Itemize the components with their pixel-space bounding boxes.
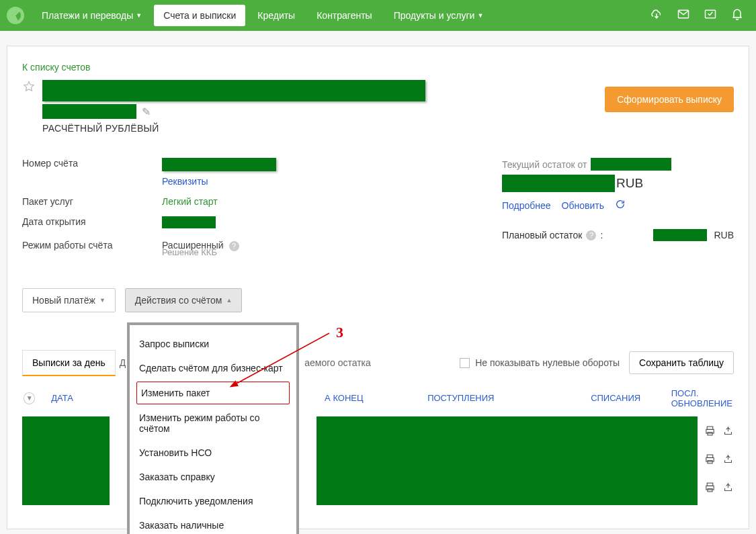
hide-zero-turnover-checkbox[interactable]: Не показывать нулевые обороты — [460, 357, 620, 368]
row-values-redacted — [317, 445, 698, 477]
chevron-up-icon: ▲ — [226, 297, 232, 304]
help-icon[interactable]: ? — [229, 241, 239, 251]
svg-rect-2 — [707, 427, 713, 429]
save-table-button[interactable]: Сохранить таблицу — [629, 351, 734, 374]
tab-daily-statements[interactable]: Выписки за день — [22, 350, 116, 376]
svg-line-11 — [235, 333, 329, 384]
print-icon[interactable] — [704, 453, 716, 468]
chevron-down-icon: ▼ — [136, 12, 142, 19]
dd-change-mode[interactable]: Изменить режим работы со счётом — [130, 406, 296, 441]
annotation-number: 3 — [336, 324, 343, 341]
export-icon[interactable] — [722, 453, 734, 468]
nav-counterparties[interactable]: Контрагенты — [307, 5, 381, 26]
svg-rect-5 — [707, 455, 713, 457]
annotation-arrow-icon — [228, 329, 336, 399]
nav-label: Продукты и услуги — [394, 10, 475, 21]
button-label: Действия со счётом — [135, 295, 222, 306]
nav-accounts[interactable]: Счета и выписки — [154, 5, 245, 26]
dd-order-certificate[interactable]: Заказать справку — [130, 465, 296, 489]
print-icon[interactable] — [704, 482, 716, 496]
nav-products[interactable]: Продукты и услуги ▼ — [384, 5, 493, 26]
refresh-icon[interactable] — [615, 199, 626, 212]
mail-icon[interactable] — [671, 7, 696, 24]
export-icon[interactable] — [722, 425, 734, 439]
checkbox-label: Не показывать нулевые обороты — [475, 357, 620, 368]
row-date-redacted — [22, 416, 110, 449]
nav-label: Кредиты — [257, 10, 295, 21]
package-value: Легкий старт — [162, 196, 218, 207]
colon: : — [600, 230, 603, 240]
top-navbar: Платежи и переводы ▼ Счета и выписки Кре… — [0, 0, 756, 31]
kkb-decision-label: Решение ККБ — [162, 247, 486, 257]
th-end-balance-fragment[interactable]: А КОНЕЦ — [325, 393, 411, 403]
edit-pencil-icon[interactable]: ✎ — [142, 105, 151, 118]
account-name-redacted — [42, 80, 425, 101]
mode-label: Режим работы счёта — [22, 240, 162, 251]
more-details-link[interactable]: Подробнее — [502, 200, 551, 211]
row-date-redacted — [22, 445, 110, 477]
help-icon[interactable]: ? — [586, 230, 596, 240]
planned-balance-redacted — [653, 229, 707, 241]
package-label: Пакет услуг — [22, 196, 162, 207]
nav-payments[interactable]: Платежи и переводы ▼ — [32, 5, 151, 26]
balance-date-redacted — [591, 158, 671, 171]
account-panel: К списку счетов Сформировать выписку ✎ Р… — [7, 46, 749, 529]
th-outgoing[interactable]: СПИСАНИЯ — [591, 393, 655, 403]
currency-label: RUB — [616, 176, 643, 191]
nav-credits[interactable]: Кредиты — [248, 5, 304, 26]
account-number-redacted — [162, 158, 276, 171]
account-alias-redacted — [42, 104, 136, 119]
bank-logo-icon[interactable] — [7, 7, 24, 24]
svg-rect-7 — [708, 461, 712, 463]
back-to-list-link[interactable]: К списку счетов — [22, 62, 91, 73]
chevron-down-icon: ▼ — [99, 297, 106, 304]
print-icon[interactable] — [704, 425, 716, 439]
inbox-check-icon[interactable] — [698, 7, 722, 24]
svg-rect-8 — [707, 483, 713, 486]
favorite-star-icon[interactable] — [22, 80, 36, 93]
planned-balance-label: Плановый остаток — [502, 230, 582, 240]
chevron-down-icon: ▼ — [477, 12, 483, 19]
bell-icon[interactable] — [725, 7, 749, 24]
checkbox-icon[interactable] — [460, 358, 470, 368]
th-date[interactable]: ДАТА — [51, 393, 116, 403]
cloud-download-icon[interactable] — [644, 7, 669, 24]
account-actions-button[interactable]: Действия со счётом ▲ — [125, 288, 243, 312]
nav-label: Платежи и переводы — [42, 10, 133, 21]
row-values-redacted — [317, 473, 698, 505]
nav-label: Счета и выписки — [163, 10, 236, 21]
export-icon[interactable] — [722, 482, 734, 496]
account-type-label: РАСЧЁТНЫЙ РУБЛЁВЫЙ — [42, 123, 734, 134]
requisites-link[interactable]: Реквизиты — [162, 176, 486, 187]
svg-rect-10 — [708, 489, 712, 492]
planned-currency-label: RUB — [714, 230, 734, 240]
open-date-label: Дата открытия — [22, 216, 162, 230]
row-date-redacted — [22, 473, 110, 505]
collapse-all-icon[interactable]: ▼ — [24, 392, 35, 404]
dd-enable-notifications[interactable]: Подключить уведомления — [130, 489, 296, 513]
current-balance-label: Текущий остаток от — [502, 159, 587, 170]
balance-amount-redacted — [502, 175, 615, 192]
dd-set-nso[interactable]: Установить НСО — [130, 441, 296, 465]
open-date-redacted — [162, 216, 216, 228]
th-last-update[interactable]: ПОСЛ. ОБНОВЛЕНИЕ — [671, 388, 732, 408]
dd-order-cash[interactable]: Заказать наличные — [130, 513, 296, 534]
th-incoming[interactable]: ПОСТУПЛЕНИЯ — [427, 393, 523, 403]
refresh-link[interactable]: Обновить — [562, 200, 604, 211]
row-values-redacted — [317, 416, 698, 449]
new-payment-button[interactable]: Новый платёж ▼ — [22, 288, 116, 312]
nav-label: Контрагенты — [317, 10, 372, 21]
account-number-label: Номер счёта — [22, 158, 162, 173]
svg-rect-4 — [708, 433, 712, 435]
button-label: Новый платёж — [32, 295, 95, 306]
generate-statement-button[interactable]: Сформировать выписку — [605, 87, 734, 112]
